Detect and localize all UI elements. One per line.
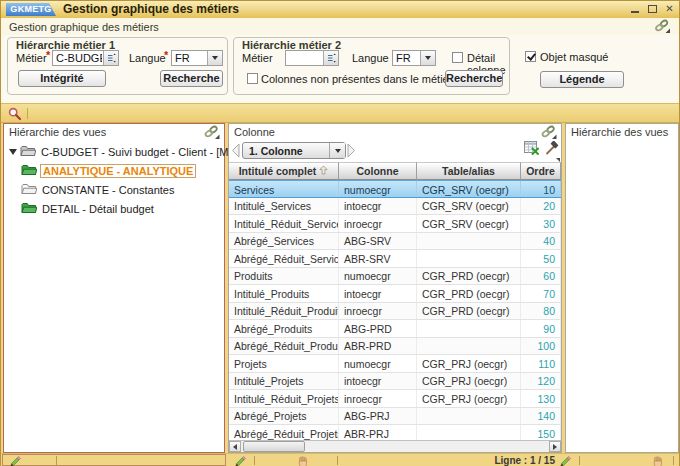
table-row[interactable]: Abrégé_ProjetsABG-PRJ140 xyxy=(229,408,561,426)
objet-masque-label: Objet masqué xyxy=(540,51,608,63)
cell-table-alias: CGR_PRJ (oecgr) xyxy=(417,355,521,372)
column-toolbar: 1. Colonne xyxy=(229,140,561,162)
cell-colonne: numoecgr xyxy=(339,268,417,285)
cell-table-alias xyxy=(417,320,521,337)
langue2-label: Langue xyxy=(352,52,389,64)
cell-intitule-complet: Produits xyxy=(229,268,339,285)
metier-combobox[interactable]: C-BUDGET xyxy=(52,50,119,66)
metier-value: C-BUDGET xyxy=(56,52,102,64)
cell-colonne: inroecgr xyxy=(339,390,417,407)
cell-colonne: ABR-PRD xyxy=(339,338,417,355)
panel-title: Hiérarchie des vues xyxy=(571,126,668,138)
legende-button[interactable]: Légende xyxy=(540,71,624,88)
chevron-down-icon[interactable] xyxy=(207,51,222,65)
table-row[interactable]: ServicesnumoecgrCGR_SRV (oecgr)10 xyxy=(229,180,561,198)
table-row[interactable]: ProduitsnumoecgrCGR_PRD (oecgr)60 xyxy=(229,268,561,286)
recherche-button-1[interactable]: Recherche xyxy=(160,70,223,87)
close-icon[interactable]: ✕ xyxy=(664,4,675,14)
langue2-dropdown[interactable]: FR xyxy=(392,50,436,66)
tools-hammer-icon[interactable] xyxy=(544,141,559,160)
cell-ordre: 120 xyxy=(521,373,561,390)
divider xyxy=(579,456,580,465)
cell-ordre: 40 xyxy=(521,233,561,250)
app-window: GKMETG Gestion graphique des métiers ✕ G… xyxy=(0,0,680,466)
cell-ordre: 30 xyxy=(521,215,561,232)
cell-colonne: numoecgr xyxy=(339,181,417,197)
group-hierarchie-metier-1: Hiérarchie métier 1 Métier * C-BUDGET La… xyxy=(7,37,228,95)
transaction-code-tab[interactable]: GKMETG xyxy=(6,3,56,16)
langue-dropdown[interactable]: FR xyxy=(171,50,223,66)
cell-intitule-complet: Intitulé_Services xyxy=(229,198,339,215)
list-picker-icon[interactable] xyxy=(323,51,338,65)
cell-table-alias: CGR_SRV (oecgr) xyxy=(417,198,521,215)
column-header-ordre[interactable]: Ordre xyxy=(521,162,561,180)
langue2-value: FR xyxy=(396,52,419,64)
cell-table-alias: CGR_PRJ (oecgr) xyxy=(417,373,521,390)
tree-collapse-icon[interactable] xyxy=(9,149,17,155)
scrollbar-thumb[interactable] xyxy=(243,441,305,452)
cell-ordre: 80 xyxy=(521,303,561,320)
window-title: Gestion graphique des métiers xyxy=(63,2,239,17)
export-table-icon[interactable] xyxy=(524,141,540,160)
tree-item-detail[interactable]: DETAIL - Détail budget xyxy=(21,201,156,216)
breadcrumb-bar: Gestion graphique des métiers xyxy=(1,18,679,36)
column-header-label: Colonne xyxy=(357,165,399,177)
column-header-colonne[interactable]: Colonne xyxy=(339,162,417,180)
maximize-icon[interactable] xyxy=(647,4,658,14)
scroll-right-icon[interactable] xyxy=(549,441,561,452)
table-row[interactable]: Intitulé_ServicesintoecgrCGR_SRV (oecgr)… xyxy=(229,198,561,216)
minimize-icon[interactable] xyxy=(630,4,641,14)
table-row[interactable]: Abrégé_ServicesABG-SRV40 xyxy=(229,233,561,251)
table-row[interactable]: Abrégé_ProduitsABG-PRD90 xyxy=(229,320,561,338)
table-row[interactable]: Abrégé_Réduit_ProduitsABR-PRD100 xyxy=(229,338,561,356)
cell-intitule-complet: Abrégé_Réduit_Services xyxy=(229,250,339,267)
cell-ordre: 90 xyxy=(521,320,561,337)
cell-ordre: 130 xyxy=(521,390,561,407)
title-bar: GKMETG Gestion graphique des métiers ✕ xyxy=(1,1,679,19)
table-row[interactable]: ProjetsnumoecgrCGR_PRJ (oecgr)110 xyxy=(229,355,561,373)
cell-colonne: ABG-PRJ xyxy=(339,408,417,425)
table-row[interactable]: Intitulé_Réduit_ProduitsinroecgrCGR_PRD … xyxy=(229,303,561,321)
scroll-left-icon[interactable] xyxy=(229,441,241,452)
cell-intitule-complet: Abrégé_Produits xyxy=(229,320,339,337)
view-selector-dropdown[interactable]: 1. Colonne xyxy=(242,142,346,159)
chevron-down-icon[interactable] xyxy=(420,51,435,65)
tree-item-analytique[interactable]: ANALYTIQUE - ANALYTIQUE xyxy=(21,163,196,178)
detail-colonne-checkbox[interactable] xyxy=(452,52,463,63)
metier2-combobox[interactable] xyxy=(285,50,339,66)
sort-asc-icon xyxy=(319,165,328,177)
status-bar: Ligne : 1 / 15 xyxy=(1,453,679,466)
list-picker-icon[interactable] xyxy=(103,51,118,65)
metier2-label: Métier xyxy=(242,52,273,64)
column-header-table-alias[interactable]: Table/alias xyxy=(417,162,521,180)
cell-table-alias xyxy=(417,408,521,425)
table-row[interactable]: Abrégé_Réduit_ServicesABR-SRV50 xyxy=(229,250,561,268)
column-header-intitule[interactable]: Intitulé complet xyxy=(229,162,339,180)
langue-value: FR xyxy=(175,52,206,64)
cell-table-alias: CGR_PRJ (oecgr) xyxy=(417,390,521,407)
panel-header: Colonne xyxy=(229,124,561,140)
integrite-button[interactable]: Intégrité xyxy=(18,70,106,87)
objet-masque-checkbox[interactable] xyxy=(525,51,536,62)
horizontal-scrollbar[interactable] xyxy=(229,440,561,452)
cell-colonne: inroecgr xyxy=(339,303,417,320)
langue-label: Langue xyxy=(129,52,166,64)
colonnes-non-presentes-checkbox[interactable] xyxy=(247,73,258,84)
table-row[interactable]: Intitulé_Réduit_ProjetsinroecgrCGR_PRJ (… xyxy=(229,390,561,408)
breadcrumb: Gestion graphique des métiers xyxy=(9,21,159,33)
divider xyxy=(56,456,57,465)
previous-view-icon[interactable] xyxy=(231,142,240,163)
table-body: ServicesnumoecgrCGR_SRV (oecgr)10Intitul… xyxy=(229,180,561,442)
cell-colonne: intoecgr xyxy=(339,198,417,215)
panel-title: Hiérarchie des vues xyxy=(9,126,106,138)
chevron-down-icon[interactable] xyxy=(329,143,345,158)
table-row[interactable]: Intitulé_ProduitsintoecgrCGR_PRD (oecgr)… xyxy=(229,285,561,303)
tree-item-constante[interactable]: CONSTANTE - Constantes xyxy=(21,182,176,197)
next-view-icon[interactable] xyxy=(347,142,356,163)
table-row[interactable]: Intitulé_ProjetsintoecgrCGR_PRJ (oecgr)1… xyxy=(229,373,561,391)
table-row[interactable]: Intitulé_Réduit_ServicesinroecgrCGR_SRV … xyxy=(229,215,561,233)
recherche-button-2[interactable]: Recherche xyxy=(445,70,503,87)
panel-hierarchie-des-vues-2: Hiérarchie des vues xyxy=(565,123,679,453)
cell-table-alias: CGR_PRD (oecgr) xyxy=(417,303,521,320)
link-chain-icon[interactable] xyxy=(203,125,220,144)
